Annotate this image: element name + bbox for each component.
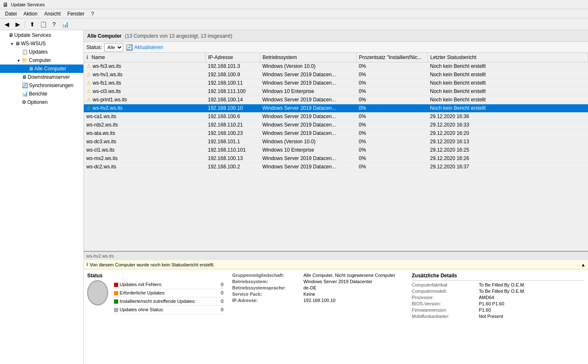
menu-bar: Datei Aktion Ansicht Fenster ? — [0, 9, 588, 18]
back-button[interactable]: ◀ — [2, 20, 12, 29]
table-row[interactable]: ⚠ws-fs1.ws.its192.168.100.11Windows Serv… — [84, 79, 588, 87]
cell-os: Windows Server 2019 Datacen... — [260, 79, 356, 87]
menu-datei[interactable]: Datei — [2, 10, 20, 18]
sidebar-label-computer: Computer — [29, 57, 51, 63]
info-ip: IP-Adresse: 192.168.100.10 — [232, 298, 405, 303]
cell-name: ws-ata.ws.its — [84, 129, 205, 137]
cell-ip: 192.168.100.9 — [205, 70, 260, 79]
firmware-label: Firmwareversion: — [412, 307, 479, 312]
computer-table: ℹ Name IP-Adresse Betriebssystem Prozent… — [84, 53, 588, 171]
warning-icon: ⚠ — [86, 97, 91, 103]
table-row[interactable]: ⚠ws-cl3.ws.its192.168.111.100Windows 10 … — [84, 87, 588, 96]
cell-status: 29.12.2020 16:33 — [427, 121, 588, 129]
cell-pct: 0% — [356, 79, 427, 87]
os-value: Windows Server 2019 Datacenter — [303, 279, 372, 284]
cell-pct: 0% — [356, 163, 427, 171]
status-select[interactable]: Alle — [104, 43, 123, 52]
optionen-icon: ⚙ — [22, 99, 26, 105]
cell-status: 29.12.2020 16:13 — [427, 137, 588, 146]
col-header-ip[interactable]: IP-Adresse — [205, 53, 260, 62]
cell-name: ws-dc2.ws.its — [84, 163, 205, 171]
col-header-name[interactable]: ℹ Name — [84, 53, 205, 62]
sidebar-item-downstreamserver[interactable]: 🖥 Downstreamserver — [0, 73, 83, 81]
additional-title: Zusätzliche Details — [412, 273, 585, 279]
table-row[interactable]: ⚠ws-print1.ws.its192.168.100.14Windows S… — [84, 96, 588, 104]
cell-status: 29.12.2020 16:20 — [427, 129, 588, 137]
forward-button[interactable]: ▶ — [13, 20, 23, 29]
menu-ansicht[interactable]: Ansicht — [41, 10, 64, 18]
gray-dot — [114, 308, 118, 312]
lang-label: Betriebssystemsprache: — [232, 285, 303, 290]
add-firmware: Firmwareversion: P1.60 — [412, 307, 585, 312]
cell-status: Noch kein Bericht erstellt — [427, 62, 588, 70]
cell-ip: 192.168.100.2 — [205, 163, 260, 171]
sidebar-item-computer[interactable]: ▾ 📁 Computer — [0, 56, 83, 65]
table-row[interactable]: ws-dc3.ws.its192.168.101.1Windows (Versi… — [84, 137, 588, 146]
cell-os: Windows Server 2019 Datacen... — [260, 70, 356, 79]
info-section: Gruppenmitgliedschaft: Alle Computer, Ni… — [232, 273, 405, 361]
sidebar-item-synchronisierungen[interactable]: 🔄 Synchronisierungen — [0, 81, 83, 90]
status-title: Status — [87, 273, 225, 279]
menu-help[interactable]: ? — [88, 10, 97, 18]
wsus-icon: 🖥 — [15, 41, 20, 46]
table-row[interactable]: ⚠ws-hv1.ws.its192.168.100.9Windows Serve… — [84, 70, 588, 79]
cell-ip: 192.168.101.1 — [205, 137, 260, 146]
sidebar-item-berichte[interactable]: 📊 Berichte — [0, 90, 83, 98]
table-row[interactable]: ws-cl1.ws.its192.168.110.101Windows 10 E… — [84, 146, 588, 154]
help-button[interactable]: ? — [49, 20, 59, 29]
table-row[interactable]: ws-rds2.ws.its192.168.110.21Windows Serv… — [84, 121, 588, 129]
cell-name: ⚠ws-print1.ws.its — [84, 96, 205, 104]
sidebar-item-optionen[interactable]: ⚙ Optionen — [0, 98, 83, 106]
table-row[interactable]: ⚠ws-fs3.ws.its192.168.101.3Windows (Vers… — [84, 62, 588, 70]
table-row[interactable]: ws-mx2.ws.its192.168.100.13Windows Serve… — [84, 154, 588, 163]
sidebar-item-update-services[interactable]: 🖥 Update Services — [0, 31, 83, 39]
table-row[interactable]: ws-dc2.ws.its192.168.100.2Windows Server… — [84, 163, 588, 171]
cell-status: 29.12.2020 16:26 — [427, 154, 588, 163]
cell-ip: 192.168.110.101 — [205, 146, 260, 154]
report-button[interactable]: 📊 — [60, 20, 70, 29]
sidebar-item-updates[interactable]: 📋 Updates — [0, 48, 83, 56]
status-row-erforderlich: Erforderliche Updates: 0 — [113, 289, 225, 297]
sidebar-label-update-services: Update Services — [14, 32, 51, 38]
green-dot — [114, 299, 118, 304]
sidebar-item-alle-computer[interactable]: 🖥 Alle Computer — [0, 65, 83, 73]
sp-label: Service Pack: — [232, 292, 303, 297]
info-icon: ℹ — [86, 262, 88, 267]
refresh-link[interactable]: 🔄 Aktualisieren — [126, 44, 163, 51]
col-header-pct[interactable]: Prozentsatz "Installiert/Nic... — [356, 53, 427, 62]
cell-pct: 0% — [356, 112, 427, 121]
computer-folder-icon: 📁 — [22, 57, 28, 63]
status-circle — [87, 280, 108, 305]
cell-ip: 192.168.111.100 — [205, 87, 260, 96]
table-row[interactable]: ws-ca1.ws.its192.168.100.6Windows Server… — [84, 112, 588, 121]
copy-button[interactable]: 📋 — [38, 20, 48, 29]
col-header-status[interactable]: Letzter Statusbericht — [427, 53, 588, 62]
cell-name: ws-rds2.ws.its — [84, 121, 205, 129]
menu-fenster[interactable]: Fenster — [64, 10, 88, 18]
fehler-value: 0 — [220, 280, 225, 289]
cell-name: ⚠ws-fs1.ws.its — [84, 79, 205, 87]
bios-label: BIOS-Version: — [412, 301, 479, 306]
info-message-text: Von diesem Computer wurde noch kein Stat… — [90, 262, 215, 267]
add-mobilfunk: Mobilfunkanbieter: Not Present — [412, 314, 585, 319]
menu-aktion[interactable]: Aktion — [20, 10, 41, 18]
col-header-os[interactable]: Betriebssystem — [260, 53, 356, 62]
table-row[interactable]: ⚠ws-hv2.ws.its192.168.100.10Windows Serv… — [84, 104, 588, 112]
table-row[interactable]: ws-ata.ws.its192.168.100.23Windows Serve… — [84, 129, 588, 137]
scroll-up-icon[interactable]: ▲ — [581, 262, 585, 267]
add-bios: BIOS-Version: P1.60 P1.60 — [412, 301, 585, 306]
ohne-label: Updates ohne Status: — [120, 307, 164, 312]
cell-ip: 192.168.100.11 — [205, 79, 260, 87]
col-label-pct: Prozentsatz "Installiert/Nic... — [359, 54, 422, 60]
content-header: Alle Computer (13 Computers von 13 angez… — [84, 30, 588, 42]
warning-icon: ⚠ — [86, 80, 91, 86]
sidebar-label-alle-computer: Alle Computer — [34, 66, 66, 72]
cell-name: ⚠ws-hv2.ws.its — [84, 104, 205, 112]
up-button[interactable]: ⬆ — [27, 20, 37, 29]
status-dot-erforderlich: Erforderliche Updates: — [113, 289, 220, 297]
sidebar-item-ws-wsus[interactable]: ▾ 🖥 WS-WSUS — [0, 39, 83, 48]
cell-ip: 192.168.101.3 — [205, 62, 260, 70]
sp-value: Keine — [303, 292, 315, 297]
cell-pct: 0% — [356, 87, 427, 96]
computer-table-container[interactable]: ℹ Name IP-Adresse Betriebssystem Prozent… — [84, 53, 588, 251]
